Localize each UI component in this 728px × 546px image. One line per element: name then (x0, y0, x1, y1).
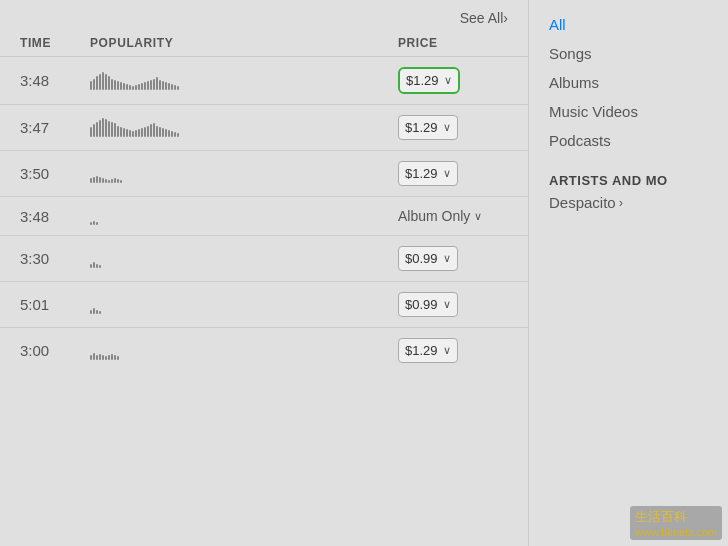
bar-line (168, 130, 170, 137)
bar-line (93, 262, 95, 268)
bar-line (96, 76, 98, 89)
price-button[interactable]: $1.29∨ (398, 161, 458, 186)
bar-lines (90, 296, 101, 314)
bar-line (120, 82, 122, 90)
bar-line (114, 80, 116, 90)
bar-lines (90, 119, 179, 137)
bar-line (96, 122, 98, 136)
bar-line (162, 128, 164, 137)
col-header-popularity: POPULARITY (90, 36, 398, 50)
songs-list: 3:48$1.29∨3:47$1.29∨3:50$1.29∨3:48Album … (0, 57, 528, 373)
bar-line (99, 311, 101, 313)
bar-line (93, 221, 95, 225)
price-text: $1.29 (405, 343, 438, 358)
table-row: 5:01$0.99∨ (0, 282, 528, 328)
bar-line (117, 81, 119, 90)
bar-line (93, 177, 95, 183)
bar-line (111, 354, 113, 360)
bar-line (90, 355, 92, 359)
popularity-bar (90, 342, 398, 360)
filter-item[interactable]: Albums (549, 68, 708, 97)
bar-line (126, 129, 128, 137)
price-button[interactable]: $0.99∨ (398, 246, 458, 271)
bar-line (123, 128, 125, 137)
bar-line (144, 127, 146, 137)
chevron-down-icon: ∨ (444, 74, 452, 87)
price-button[interactable]: $1.29∨ (398, 67, 460, 94)
bar-line (132, 131, 134, 137)
bar-line (114, 355, 116, 359)
bar-line (120, 180, 122, 182)
bar-line (96, 176, 98, 183)
filter-item[interactable]: Music Videos (549, 97, 708, 126)
bar-line (156, 126, 158, 137)
bar-line (135, 130, 137, 137)
col-header-time: TIME (20, 36, 90, 50)
bar-line (147, 126, 149, 137)
song-time: 3:30 (20, 250, 90, 267)
filter-item[interactable]: All (549, 10, 708, 39)
artists-list: Despacito › (549, 194, 708, 211)
bar-line (96, 355, 98, 359)
song-time: 3:50 (20, 165, 90, 182)
bar-line (177, 86, 179, 89)
bar-line (126, 84, 128, 90)
bar-line (99, 177, 101, 183)
bar-line (102, 178, 104, 182)
popularity-bar (90, 250, 398, 268)
bar-line (93, 124, 95, 136)
song-time: 3:48 (20, 72, 90, 89)
bar-line (174, 85, 176, 89)
bar-line (138, 84, 140, 90)
bar-line (114, 178, 116, 182)
bar-line (174, 132, 176, 136)
bar-line (132, 86, 134, 89)
song-time: 3:47 (20, 119, 90, 136)
filter-item[interactable]: Songs (549, 39, 708, 68)
table-row: 3:30$0.99∨ (0, 236, 528, 282)
bar-line (93, 79, 95, 90)
price-button[interactable]: $1.29∨ (398, 338, 458, 363)
popularity-bar (90, 72, 398, 90)
bar-line (168, 83, 170, 90)
chevron-down-icon: ∨ (443, 344, 451, 357)
bar-line (162, 81, 164, 90)
price-text: $1.29 (406, 73, 439, 88)
bar-line (99, 265, 101, 267)
bar-line (102, 118, 104, 137)
price-button[interactable]: $1.29∨ (398, 115, 458, 140)
table-row: 3:48Album Only ∨ (0, 197, 528, 236)
filters-list: AllSongsAlbumsMusic VideosPodcasts (549, 10, 708, 155)
filter-item[interactable]: Podcasts (549, 126, 708, 155)
see-all-link[interactable]: See All (460, 10, 504, 26)
table-row: 3:48$1.29∨ (0, 57, 528, 105)
bar-line (93, 308, 95, 314)
bar-line (150, 80, 152, 90)
bar-line (96, 222, 98, 225)
price-cell: $1.29∨ (398, 338, 508, 363)
column-headers: TIME POPULARITY PRICE (0, 32, 528, 57)
bar-line (90, 310, 92, 313)
table-row: 3:00$1.29∨ (0, 328, 528, 373)
bar-lines (90, 250, 101, 268)
price-text: $0.99 (405, 251, 438, 266)
bar-line (105, 74, 107, 89)
popularity-bar (90, 119, 398, 137)
price-text: $1.29 (405, 166, 438, 181)
bar-line (102, 355, 104, 359)
bar-line (159, 127, 161, 137)
artist-link[interactable]: Despacito › (549, 194, 708, 211)
table-row: 3:50$1.29∨ (0, 151, 528, 197)
bar-line (138, 129, 140, 137)
bar-lines (90, 165, 122, 183)
chevron-down-icon: ∨ (443, 121, 451, 134)
album-only-button[interactable]: Album Only ∨ (398, 208, 482, 224)
bar-line (90, 178, 92, 182)
bar-line (108, 76, 110, 89)
bar-line (129, 85, 131, 89)
bar-line (111, 122, 113, 136)
popularity-bar (90, 296, 398, 314)
price-button[interactable]: $0.99∨ (398, 292, 458, 317)
chevron-down-icon: ∨ (443, 167, 451, 180)
price-text: $0.99 (405, 297, 438, 312)
